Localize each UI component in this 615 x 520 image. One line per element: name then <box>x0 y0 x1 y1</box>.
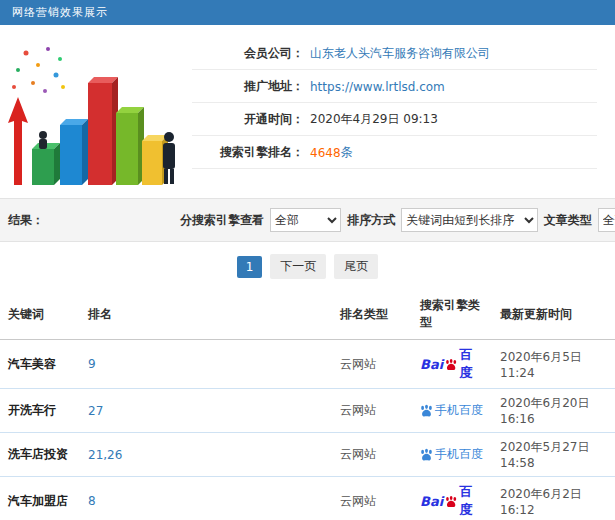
rank-type-cell: 云网站 <box>332 433 412 477</box>
article-type-select[interactable]: 全部 <box>598 208 615 232</box>
next-page-button[interactable]: 下一页 <box>270 254 326 279</box>
mobile-baidu-label: 手机百度 <box>435 402 483 419</box>
page-header: 网络营销效果展示 <box>0 0 615 25</box>
updated-time-cell: 2020年6月20日 16:16 <box>492 389 615 433</box>
info-label: 推广地址： <box>192 78 304 95</box>
info-row: 会员公司：山东老人头汽车服务咨询有限公司 <box>192 37 597 70</box>
keyword-table-body: 汽车美容9云网站Bai百度2020年6月5日 11:24开洗车行27云网站手机百… <box>0 340 615 520</box>
table-row: 汽车美容9云网站Bai百度2020年6月5日 11:24 <box>0 340 615 389</box>
pagination: 1 下一页 尾页 <box>0 242 615 287</box>
keyword-cell: 汽车美容 <box>0 340 80 389</box>
info-label: 搜索引擎排名： <box>192 144 304 161</box>
rank-type-cell: 云网站 <box>332 389 412 433</box>
info-rows: 会员公司：山东老人头汽车服务咨询有限公司推广地址：https://www.lrt… <box>192 37 597 192</box>
column-header: 最新更新时间 <box>492 289 615 340</box>
sort-label: 排序方式 <box>347 212 395 229</box>
engine-filter-select[interactable]: 全部 <box>270 208 341 232</box>
table-row: 洗车店投资21,26云网站手机百度2020年5月27日 14:58 <box>0 433 615 477</box>
rank-cell: 8 <box>80 477 332 520</box>
updated-time-cell: 2020年6月5日 11:24 <box>492 340 615 389</box>
mobile-baidu-logo: 手机百度 <box>420 402 483 419</box>
baidu-logo-text-du: 百度 <box>459 483 484 519</box>
info-label: 开通时间： <box>192 111 304 128</box>
info-value-suffix: 条 <box>341 144 353 161</box>
baidu-paw-icon <box>445 495 457 508</box>
result-label: 结果： <box>8 212 44 229</box>
updated-time-cell: 2020年5月27日 14:58 <box>492 433 615 477</box>
engine-type-cell: Bai百度 <box>412 340 492 389</box>
rank-type-cell: 云网站 <box>332 340 412 389</box>
rank-cell: 21,26 <box>80 433 332 477</box>
info-section: 会员公司：山东老人头汽车服务咨询有限公司推广地址：https://www.lrt… <box>0 25 615 198</box>
last-page-button[interactable]: 尾页 <box>334 254 378 279</box>
baidu-logo-text-bai: Bai <box>420 357 443 372</box>
rank-type-cell: 云网站 <box>332 477 412 520</box>
info-value-link[interactable]: https://www.lrtlsd.com <box>310 80 445 94</box>
bar-chart-graphic-icon <box>6 37 178 189</box>
info-row: 搜索引擎排名：4648条 <box>192 136 597 169</box>
sort-select[interactable]: 关键词由短到长排序 <box>401 208 538 232</box>
table-header-row: 关键词排名排名类型搜索引擎类型最新更新时间 <box>0 289 615 340</box>
baidu-logo: Bai百度 <box>420 483 484 519</box>
info-value: 4648 <box>310 146 341 160</box>
keyword-cell: 开洗车行 <box>0 389 80 433</box>
filter-bar: 结果： 分搜索引擎查看 全部 排序方式 关键词由短到长排序 文章类型 全部 提交 <box>0 198 615 242</box>
column-header: 排名 <box>80 289 332 340</box>
filter-controls: 分搜索引擎查看 全部 排序方式 关键词由短到长排序 文章类型 全部 提交 <box>180 208 615 232</box>
rank-cell: 27 <box>80 389 332 433</box>
info-label: 会员公司： <box>192 45 304 62</box>
info-value-link[interactable]: 山东老人头汽车服务咨询有限公司 <box>310 45 490 62</box>
engine-filter-label: 分搜索引擎查看 <box>180 212 264 229</box>
mobile-baidu-paw-icon <box>420 404 433 417</box>
column-header: 关键词 <box>0 289 80 340</box>
updated-time-cell: 2020年6月2日 16:12 <box>492 477 615 520</box>
growth-chart-illustration <box>6 33 182 192</box>
page-title: 网络营销效果展示 <box>12 6 108 19</box>
baidu-paw-icon <box>445 358 457 371</box>
page-number-current[interactable]: 1 <box>237 256 263 278</box>
column-header: 排名类型 <box>332 289 412 340</box>
engine-type-cell: 手机百度 <box>412 433 492 477</box>
page: 网络营销效果展示 <box>0 0 615 520</box>
engine-type-cell: 手机百度 <box>412 389 492 433</box>
engine-type-cell: Bai百度 <box>412 477 492 520</box>
keyword-table: 关键词排名排名类型搜索引擎类型最新更新时间 汽车美容9云网站Bai百度2020年… <box>0 289 615 520</box>
mobile-baidu-logo: 手机百度 <box>420 446 483 463</box>
info-row: 推广地址：https://www.lrtlsd.com <box>192 70 597 103</box>
baidu-logo-text-du: 百度 <box>459 346 484 382</box>
baidu-logo-text-bai: Bai <box>420 494 443 509</box>
table-row: 汽车加盟店8云网站Bai百度2020年6月2日 16:12 <box>0 477 615 520</box>
info-row: 开通时间：2020年4月29日 09:13 <box>192 103 597 136</box>
baidu-logo: Bai百度 <box>420 346 484 382</box>
column-header: 搜索引擎类型 <box>412 289 492 340</box>
keyword-cell: 洗车店投资 <box>0 433 80 477</box>
rank-cell: 9 <box>80 340 332 389</box>
table-row: 开洗车行27云网站手机百度2020年6月20日 16:16 <box>0 389 615 433</box>
article-type-label: 文章类型 <box>544 212 592 229</box>
mobile-baidu-label: 手机百度 <box>435 446 483 463</box>
keyword-cell: 汽车加盟店 <box>0 477 80 520</box>
info-value: 2020年4月29日 09:13 <box>310 111 438 128</box>
mobile-baidu-paw-icon <box>420 448 433 461</box>
